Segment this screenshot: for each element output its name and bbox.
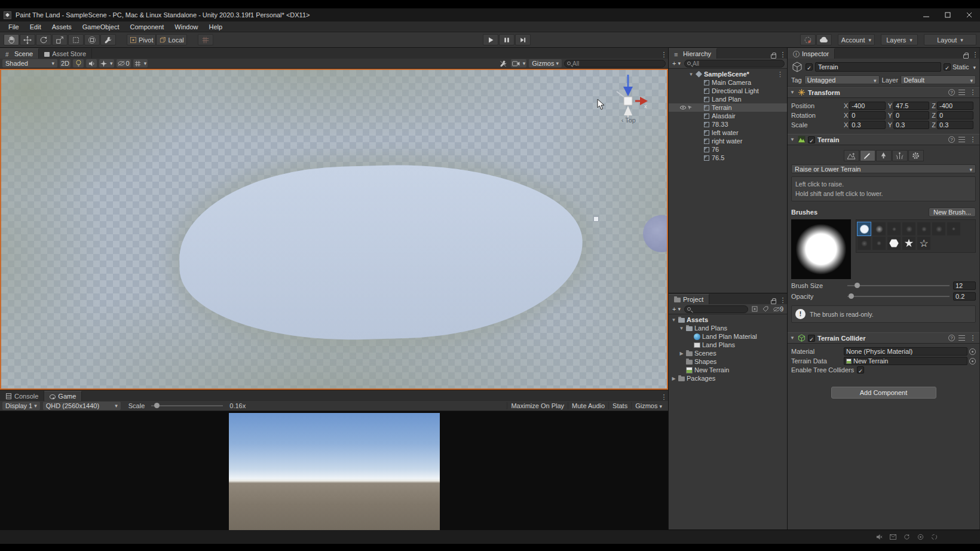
brush-circle-selected[interactable] bbox=[858, 222, 871, 235]
scene-visibility-toggle[interactable]: 0 bbox=[117, 59, 131, 68]
resolution-dropdown[interactable]: QHD (2560x1440) bbox=[43, 402, 121, 410]
hierarchy-item[interactable]: 78.33 bbox=[669, 120, 787, 128]
menu-item[interactable]: Edit bbox=[25, 22, 46, 32]
layers-dropdown[interactable]: Layers bbox=[881, 34, 918, 45]
scene-grid-dropdown[interactable] bbox=[133, 59, 148, 68]
stats-button[interactable]: Stats bbox=[608, 402, 631, 409]
project-item[interactable]: ▶ Packages bbox=[669, 374, 787, 382]
scale-slider[interactable] bbox=[151, 402, 223, 410]
gameobject-name-field[interactable]: Terrain bbox=[815, 62, 941, 72]
gameobject-cube-icon[interactable] bbox=[791, 61, 803, 73]
preset-icon[interactable] bbox=[958, 90, 965, 95]
brush-size-field[interactable]: 12 bbox=[953, 281, 976, 290]
foldout-arrow[interactable]: ▼ bbox=[671, 317, 676, 323]
preset-icon[interactable] bbox=[958, 137, 965, 142]
maximize-button[interactable] bbox=[937, 8, 958, 22]
menu-item[interactable]: GameObject bbox=[78, 22, 124, 32]
component-menu-icon[interactable] bbox=[969, 334, 977, 342]
component-enabled-checkbox[interactable] bbox=[808, 136, 815, 143]
foldout-arrow[interactable]: ▶ bbox=[679, 351, 684, 356]
paint-trees-button[interactable] bbox=[876, 150, 892, 161]
foldout-arrow[interactable]: ▼ bbox=[688, 72, 694, 77]
mute-audio-button[interactable]: Mute Audio bbox=[568, 402, 608, 409]
terrain-data-object-field[interactable]: New Terrain bbox=[844, 357, 967, 365]
activity-status-icon[interactable] bbox=[917, 533, 924, 541]
paint-details-button[interactable] bbox=[892, 150, 908, 161]
rect-tool-button[interactable] bbox=[68, 34, 84, 45]
brush-speck-icon[interactable] bbox=[947, 222, 960, 235]
progress-status-icon[interactable] bbox=[930, 533, 938, 541]
hierarchy-item[interactable]: 76.5 bbox=[669, 154, 787, 162]
pivot-toggle-button[interactable]: Pivot bbox=[127, 34, 156, 45]
project-search-field[interactable] bbox=[684, 305, 748, 313]
hierarchy-item[interactable]: 76 bbox=[669, 145, 787, 154]
game-gizmos-dropdown[interactable]: Gizmos bbox=[631, 402, 666, 409]
search-by-label-icon[interactable] bbox=[761, 306, 770, 312]
gizmo-handle-dot[interactable] bbox=[593, 216, 599, 222]
project-search-input[interactable] bbox=[693, 306, 745, 313]
lock-icon[interactable] bbox=[771, 54, 776, 59]
scene-panel-menu-icon[interactable] bbox=[660, 51, 668, 59]
inspector-tab[interactable]: Inspector bbox=[788, 48, 835, 59]
z-value-field[interactable]: -400 bbox=[937, 102, 973, 110]
display-dropdown[interactable]: Display 1 bbox=[2, 402, 40, 410]
new-brush-button[interactable]: New Brush... bbox=[929, 207, 976, 217]
rotate-tool-button[interactable] bbox=[36, 34, 51, 45]
local-toggle-button[interactable]: Local bbox=[156, 34, 186, 45]
menu-item[interactable]: Assets bbox=[47, 22, 76, 32]
menu-item[interactable]: Component bbox=[125, 22, 169, 32]
static-toggle[interactable]: Static bbox=[944, 63, 976, 71]
hidden-packages-toggle[interactable]: 9 bbox=[772, 305, 785, 313]
project-item[interactable]: Land Plans bbox=[669, 341, 787, 349]
help-icon[interactable]: ? bbox=[948, 136, 955, 143]
y-value-field[interactable]: 47.5 bbox=[893, 102, 929, 110]
layer-dropdown[interactable]: Default bbox=[901, 75, 976, 84]
brush-size-slider[interactable] bbox=[847, 281, 950, 290]
scene-tools-icon[interactable] bbox=[498, 60, 509, 68]
foldout-arrow[interactable]: ▶ bbox=[671, 376, 676, 381]
scene-orientation-gizmo[interactable]: x bbox=[608, 71, 650, 123]
scene-lighting-icon[interactable] bbox=[73, 59, 84, 68]
hierarchy-search-input[interactable] bbox=[693, 60, 782, 67]
minimize-button[interactable] bbox=[915, 8, 937, 22]
terrain-collider-header[interactable]: ▼ Terrain Collider ? bbox=[788, 332, 979, 344]
hierarchy-item[interactable]: right water bbox=[669, 137, 787, 145]
scene-search-field[interactable] bbox=[564, 60, 666, 68]
hierarchy-item[interactable]: ▼ SampleScene* bbox=[669, 70, 787, 78]
project-item[interactable]: ▶ Scenes bbox=[669, 349, 787, 357]
opacity-field[interactable]: 0.2 bbox=[953, 292, 976, 301]
active-checkbox[interactable] bbox=[806, 63, 813, 71]
message-status-icon[interactable] bbox=[889, 533, 897, 541]
hand-tool-button[interactable] bbox=[4, 34, 19, 45]
brush-burst-icon[interactable] bbox=[902, 237, 915, 250]
object-picker-icon[interactable] bbox=[969, 348, 976, 355]
maximize-on-play-button[interactable]: Maximize On Play bbox=[507, 402, 568, 409]
foldout-arrow[interactable]: ▼ bbox=[790, 137, 795, 142]
move-tool-button[interactable] bbox=[20, 34, 35, 45]
paint-mode-dropdown[interactable]: Raise or Lower Terrain bbox=[791, 164, 976, 173]
foldout-arrow[interactable]: ▼ bbox=[790, 335, 795, 341]
project-menu-icon[interactable] bbox=[779, 296, 787, 304]
x-value-field[interactable]: 0 bbox=[849, 111, 885, 120]
terrain-settings-button[interactable] bbox=[908, 150, 924, 161]
object-picker-icon[interactable] bbox=[969, 358, 976, 365]
pickability-icon[interactable] bbox=[688, 106, 692, 110]
x-value-field[interactable]: -400 bbox=[849, 102, 885, 110]
hierarchy-item[interactable]: Alasdair bbox=[669, 112, 787, 120]
project-create-button[interactable]: + bbox=[671, 305, 682, 313]
game-panel-menu-icon[interactable] bbox=[660, 393, 668, 401]
z-value-field[interactable]: 0 bbox=[937, 111, 973, 120]
scene-audio-icon[interactable] bbox=[86, 59, 97, 68]
static-checkbox[interactable] bbox=[944, 63, 951, 71]
project-item[interactable]: Land Plan Material bbox=[669, 332, 787, 341]
hierarchy-tab[interactable]: Hierarchy bbox=[669, 48, 717, 59]
component-menu-icon[interactable] bbox=[969, 88, 977, 96]
terrain-component-header[interactable]: ▼ Terrain ? bbox=[788, 134, 979, 145]
account-dropdown[interactable]: Account bbox=[838, 34, 875, 45]
create-neighbor-terrains-button[interactable] bbox=[844, 150, 859, 161]
foldout-arrow[interactable]: ▼ bbox=[790, 90, 795, 95]
scale-tool-button[interactable] bbox=[52, 34, 68, 45]
transform-component-header[interactable]: ▼ Transform ? bbox=[788, 87, 979, 98]
2d-toggle-button[interactable]: 2D bbox=[60, 59, 71, 68]
brush-hexagon-icon[interactable] bbox=[887, 237, 901, 250]
